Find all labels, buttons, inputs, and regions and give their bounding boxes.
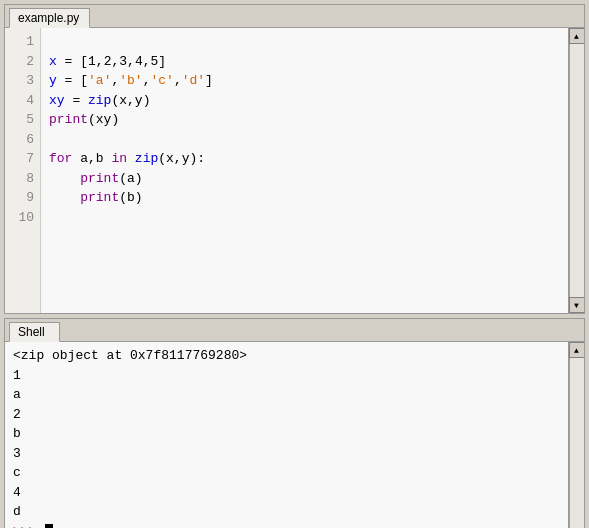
shell-line: 4: [13, 485, 21, 500]
shell-scrollbar[interactable]: ▲ ▼: [568, 342, 584, 528]
shell-prompt-line[interactable]: >>>: [13, 522, 560, 529]
line-num: 3: [13, 71, 34, 91]
shell-tab[interactable]: Shell: [9, 322, 60, 342]
shell-scroll-track[interactable]: [569, 358, 585, 528]
cursor: [45, 524, 53, 528]
editor-pane: example.py 1 2 3 4 5 6 7 8 9 10 x = [1,2…: [4, 4, 585, 314]
line-9: print(b): [49, 190, 143, 205]
shell-line: <zip object at 0x7f8117769280>: [13, 348, 247, 363]
shell-input[interactable]: [36, 522, 44, 529]
shell-tab-bar: Shell: [5, 319, 584, 342]
line-5: print(xy): [49, 112, 119, 127]
shell-scroll-up-button[interactable]: ▲: [569, 342, 585, 358]
shell-line: 3: [13, 446, 21, 461]
shell-line: 1: [13, 368, 21, 383]
scroll-track[interactable]: [569, 44, 585, 297]
line-num: 2: [13, 52, 34, 72]
line-num: 9: [13, 188, 34, 208]
shell-line: b: [13, 426, 21, 441]
line-4: xy = zip(x,y): [49, 93, 150, 108]
line-7: for a,b in zip(x,y):: [49, 151, 205, 166]
shell-output[interactable]: <zip object at 0x7f8117769280> 1 a 2 b 3…: [5, 342, 568, 528]
scroll-up-button[interactable]: ▲: [569, 28, 585, 44]
line-num: 5: [13, 110, 34, 130]
shell-content: <zip object at 0x7f8117769280> 1 a 2 b 3…: [5, 342, 584, 528]
shell-line: a: [13, 387, 21, 402]
line-num: 4: [13, 91, 34, 111]
shell-line: d: [13, 504, 21, 519]
line-num: 6: [13, 130, 34, 150]
line-numbers: 1 2 3 4 5 6 7 8 9 10: [5, 28, 41, 313]
editor-content: 1 2 3 4 5 6 7 8 9 10 x = [1,2,3,4,5] y =…: [5, 28, 584, 313]
shell-pane: Shell <zip object at 0x7f8117769280> 1 a…: [4, 318, 585, 528]
shell-prompt: >>>: [13, 522, 36, 529]
code-editor[interactable]: x = [1,2,3,4,5] y = ['a','b','c','d'] xy…: [41, 28, 568, 313]
line-8: print(a): [49, 171, 143, 186]
editor-tab-bar: example.py: [5, 5, 584, 28]
line-num: 10: [13, 208, 34, 228]
shell-line: c: [13, 465, 21, 480]
line-2: x = [1,2,3,4,5]: [49, 54, 166, 69]
line-3: y = ['a','b','c','d']: [49, 73, 213, 88]
editor-tab[interactable]: example.py: [9, 8, 90, 28]
line-num: 1: [13, 32, 34, 52]
line-num: 8: [13, 169, 34, 189]
scroll-down-button[interactable]: ▼: [569, 297, 585, 313]
editor-scrollbar[interactable]: ▲ ▼: [568, 28, 584, 313]
shell-line: 2: [13, 407, 21, 422]
line-num: 7: [13, 149, 34, 169]
